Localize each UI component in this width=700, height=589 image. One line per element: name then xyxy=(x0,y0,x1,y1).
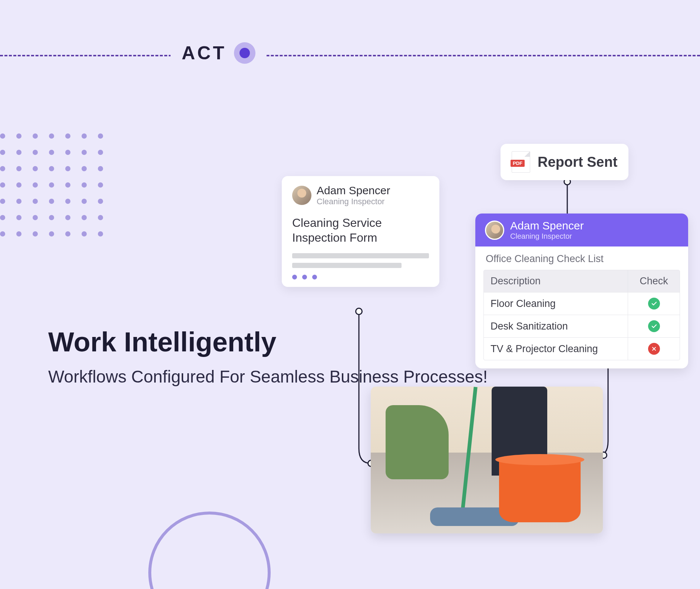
row-status xyxy=(628,315,680,337)
form-title: Cleaning Service Inspection Form xyxy=(282,209,439,249)
check-no-icon xyxy=(648,343,660,355)
top-dashed-line xyxy=(0,55,700,56)
act-badge: ACT xyxy=(171,42,267,64)
table-row: TV & Projector Cleaning xyxy=(484,337,680,360)
cleaning-photo xyxy=(371,387,603,533)
checklist-table: Description Check Floor Cleaning Desk Sa… xyxy=(483,270,680,360)
table-header-row: Description Check xyxy=(484,270,680,292)
row-description: Floor Cleaning xyxy=(484,293,628,315)
cleaning-photo-card xyxy=(371,387,603,533)
header-check: Check xyxy=(628,270,680,292)
pdf-icon xyxy=(512,151,530,173)
check-ok-icon xyxy=(648,320,660,332)
circle-decoration xyxy=(148,512,271,589)
form-user-role: Cleaning Inspector xyxy=(317,197,390,206)
avatar xyxy=(292,186,311,205)
table-row: Desk Sanitization xyxy=(484,315,680,337)
row-description: Desk Sanitization xyxy=(484,315,628,337)
dot-grid-decoration xyxy=(0,133,103,236)
checklist-title: Office Cleaning Check List xyxy=(483,252,680,270)
headline-title: Work Intelligently xyxy=(48,326,488,358)
check-ok-icon xyxy=(648,298,660,310)
row-status xyxy=(628,292,680,315)
row-description: TV & Projector Cleaning xyxy=(484,338,628,360)
row-status xyxy=(628,338,680,360)
report-text: Report Sent xyxy=(538,154,617,170)
headline-subtitle: Workflows Configured For Seamless Busine… xyxy=(48,365,488,388)
checklist-user-name: Adam Spencer xyxy=(510,219,584,232)
avatar xyxy=(485,221,504,240)
headline-block: Work Intelligently Workflows Configured … xyxy=(48,326,488,388)
connector-node xyxy=(355,308,363,315)
header-description: Description xyxy=(484,270,628,292)
checklist-user-role: Cleaning Inspector xyxy=(510,232,584,241)
form-user-name: Adam Spencer xyxy=(317,184,390,197)
checklist-card: Adam Spencer Cleaning Inspector Office C… xyxy=(475,214,688,368)
act-marker-icon xyxy=(234,42,255,64)
form-footer-dots xyxy=(282,268,439,279)
table-row: Floor Cleaning xyxy=(484,292,680,315)
act-label: ACT xyxy=(182,42,227,64)
report-sent-card: Report Sent xyxy=(501,144,628,180)
form-placeholder-lines xyxy=(282,253,439,268)
inspection-form-card: Adam Spencer Cleaning Inspector Cleaning… xyxy=(282,176,439,287)
